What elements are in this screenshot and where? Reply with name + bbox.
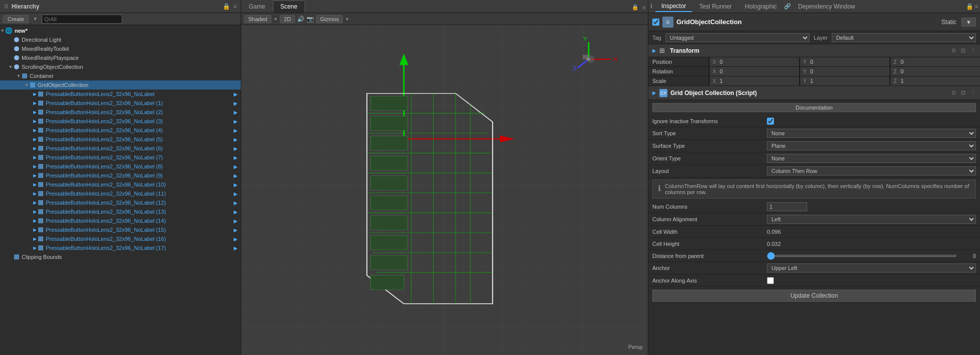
hierarchy-item-pb4[interactable]: ▶PressableButtonHoloLens2_32x96_NoLabel … [0, 126, 241, 135]
hierarchy-item-pb9[interactable]: ▶PressableButtonHoloLens2_32x96_NoLabel … [0, 171, 241, 180]
hierarchy-item-pb6[interactable]: ▶PressableButtonHoloLens2_32x96_NoLabel … [0, 144, 241, 153]
menu-icon[interactable]: ≡ [233, 3, 237, 10]
transform-section-header[interactable]: ▶ ⊞ Transform ⊙ ⊡ ⋮ [648, 44, 980, 57]
hierarchy-item-pb5[interactable]: ▶PressableButtonHoloLens2_32x96_NoLabel … [0, 135, 241, 144]
expand-arrow[interactable]: ▼ [16, 73, 21, 78]
hierarchy-item-dir-light[interactable]: Directional Light [0, 35, 241, 44]
hierarchy-item-pb3[interactable]: ▶PressableButtonHoloLens2_32x96_NoLabel … [0, 117, 241, 126]
rotation-x-field[interactable]: X 0 [709, 67, 799, 76]
2d-button[interactable]: 2D [280, 15, 295, 23]
expand-arrow[interactable]: ▶ [32, 110, 37, 115]
hierarchy-item-soc[interactable]: ▼ScrollingObjectCollection [0, 62, 241, 71]
child-arrow[interactable]: ▶ [234, 101, 238, 106]
hierarchy-item-pb2[interactable]: ▶PressableButtonHoloLens2_32x96_NoLabel … [0, 108, 241, 117]
transform-paste-icon[interactable]: ⊡ [961, 47, 965, 54]
position-z-field[interactable]: Z 0 [890, 57, 980, 66]
ignore-inactive-checkbox[interactable] [767, 118, 774, 125]
hierarchy-item-pb11[interactable]: ▶PressableButtonHoloLens2_32x96_NoLabel … [0, 189, 241, 198]
hierarchy-item-new[interactable]: ▼🌐new* [0, 26, 241, 35]
expand-arrow[interactable]: ▼ [8, 64, 13, 69]
hierarchy-item-pb10[interactable]: ▶PressableButtonHoloLens2_32x96_NoLabel … [0, 180, 241, 189]
expand-arrow[interactable]: ▶ [32, 173, 37, 178]
expand-arrow[interactable]: ▼ [0, 28, 5, 33]
documentation-button[interactable]: Documentation [652, 103, 976, 112]
hierarchy-item-pb17[interactable]: ▶PressableButtonHoloLens2_32x96_NoLabel … [0, 243, 241, 252]
expand-arrow[interactable]: ▶ [32, 209, 37, 214]
expand-arrow[interactable]: ▶ [32, 155, 37, 160]
tab-holographic[interactable]: Holographic [739, 2, 783, 12]
position-y-field[interactable]: Y 0 [800, 57, 890, 66]
scale-z-field[interactable]: Z 1 [890, 76, 980, 85]
tab-dependency[interactable]: Dependency Window [792, 2, 861, 12]
child-arrow[interactable]: ▶ [234, 92, 238, 97]
tab-game[interactable]: Game [241, 1, 273, 13]
hierarchy-item-pb7[interactable]: ▶PressableButtonHoloLens2_32x96_NoLabel … [0, 153, 241, 162]
child-arrow[interactable]: ▶ [234, 146, 238, 151]
script-section-header[interactable]: ▶ C# Grid Object Collection (Script) ⊙ ⊡… [648, 86, 980, 100]
hierarchy-item-pb1[interactable]: ▶PressableButtonHoloLens2_32x96_NoLabel … [0, 99, 241, 108]
update-collection-button[interactable]: Update Collection [652, 290, 976, 302]
expand-arrow[interactable]: ▶ [32, 101, 37, 106]
shaded-button[interactable]: Shaded [244, 15, 271, 23]
expand-arrow[interactable]: ▶ [32, 245, 37, 250]
surface-type-select[interactable]: Plane [767, 141, 976, 150]
search-input[interactable] [42, 15, 122, 24]
hierarchy-item-pb13[interactable]: ▶PressableButtonHoloLens2_32x96_NoLabel … [0, 207, 241, 216]
child-arrow[interactable]: ▶ [234, 137, 238, 142]
hierarchy-item-mrt[interactable]: MixedRealityToolkit [0, 44, 241, 53]
expand-arrow[interactable]: ▶ [32, 92, 37, 97]
script-copy-icon[interactable]: ⊙ [951, 90, 956, 96]
layer-select[interactable]: Default [832, 33, 976, 42]
expand-arrow[interactable]: ▶ [32, 236, 37, 241]
create-button[interactable]: Create [3, 15, 29, 23]
tag-select[interactable]: Untagged [665, 33, 810, 42]
child-arrow[interactable]: ▶ [234, 173, 238, 179]
child-arrow[interactable]: ▶ [234, 128, 238, 133]
rotation-y-field[interactable]: Y 0 [800, 67, 890, 76]
object-active-checkbox[interactable] [652, 19, 659, 26]
num-columns-input[interactable] [767, 202, 807, 211]
child-arrow[interactable]: ▶ [234, 209, 238, 215]
expand-arrow[interactable]: ▶ [32, 227, 37, 232]
expand-arrow[interactable]: ▶ [32, 191, 37, 196]
hierarchy-item-mrp[interactable]: MixedRealityPlayspace [0, 53, 241, 62]
expand-arrow[interactable]: ▶ [32, 128, 37, 133]
anchor-axis-checkbox[interactable] [767, 277, 774, 284]
transform-menu-icon[interactable]: ⋮ [970, 47, 976, 54]
child-arrow[interactable]: ▶ [234, 227, 238, 233]
hierarchy-item-container[interactable]: ▼Container [0, 71, 241, 80]
object-name[interactable]: GridObjectCollection [676, 18, 938, 26]
tab-scene[interactable]: Scene [273, 1, 305, 13]
scene-viewport[interactable]: X Y Z Persp [241, 25, 648, 355]
orient-type-select[interactable]: None [767, 154, 976, 163]
hierarchy-item-pb12[interactable]: ▶PressableButtonHoloLens2_32x96_NoLabel … [0, 198, 241, 207]
gizmos-button[interactable]: Gizmos [316, 15, 343, 23]
distance-slider[interactable] [767, 255, 957, 257]
tab-inspector[interactable]: Inspector [655, 1, 692, 12]
scale-y-field[interactable]: Y 1 [800, 76, 890, 85]
child-arrow[interactable]: ▶ [234, 218, 238, 224]
child-arrow[interactable]: ▶ [234, 191, 238, 197]
tab-test-runner[interactable]: Test Runner [693, 2, 738, 12]
rotation-z-field[interactable]: Z 0 [890, 67, 980, 76]
expand-arrow[interactable]: ▶ [32, 218, 37, 223]
expand-arrow[interactable]: ▼ [24, 82, 29, 87]
child-arrow[interactable]: ▶ [234, 119, 238, 124]
hierarchy-item-pb16[interactable]: ▶PressableButtonHoloLens2_32x96_NoLabel … [0, 234, 241, 243]
anchor-select[interactable]: Upper Left [767, 263, 976, 273]
hierarchy-item-pb8[interactable]: ▶PressableButtonHoloLens2_32x96_NoLabel … [0, 162, 241, 171]
expand-arrow[interactable]: ▶ [32, 200, 37, 205]
child-arrow[interactable]: ▶ [234, 182, 238, 188]
child-arrow[interactable]: ▶ [234, 200, 238, 206]
child-arrow[interactable]: ▶ [234, 245, 238, 251]
expand-arrow[interactable]: ▶ [32, 164, 37, 169]
script-menu-icon[interactable]: ⋮ [970, 90, 976, 96]
column-alignment-select[interactable]: Left [767, 215, 976, 224]
expand-arrow[interactable]: ▶ [32, 119, 37, 124]
child-arrow[interactable]: ▶ [234, 236, 238, 242]
expand-arrow[interactable]: ▶ [32, 182, 37, 187]
sort-type-select[interactable]: None [767, 129, 976, 138]
expand-arrow[interactable]: ▶ [32, 137, 37, 142]
menu-icon-inspector[interactable]: ≡ [974, 3, 978, 10]
hierarchy-item-goc[interactable]: ▼GridObjectCollection [0, 80, 241, 90]
